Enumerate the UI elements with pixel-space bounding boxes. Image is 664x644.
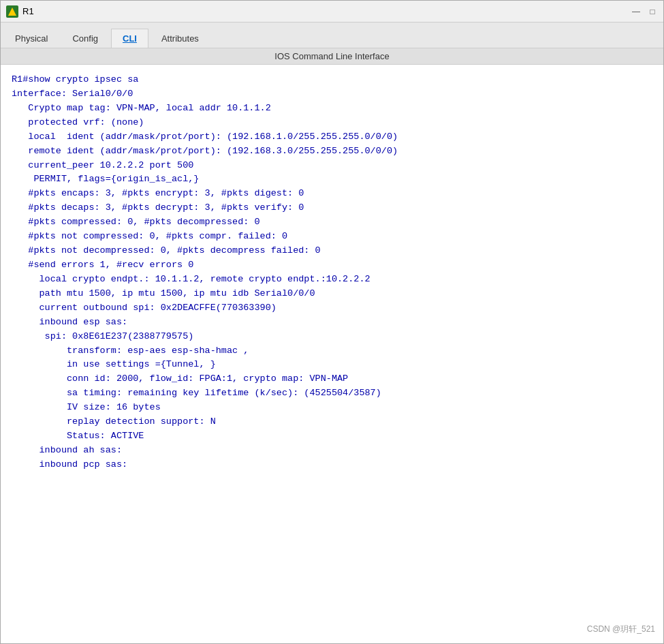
cli-line: #pkts not decompressed: 0, #pkts decompr…: [12, 244, 652, 258]
cli-line: spi: 0x8E61E237(2388779575): [12, 330, 652, 344]
window-inner: IOS Command Line Interface R1#show crypt…: [1, 48, 663, 643]
cli-line: Crypto map tag: VPN-MAP, local addr 10.1…: [12, 102, 652, 116]
cli-line: transform: esp-aes esp-sha-hmac ,: [12, 344, 652, 358]
cli-line: #pkts not compressed: 0, #pkts compr. fa…: [12, 230, 652, 244]
cli-line: inbound esp sas:: [12, 316, 652, 330]
cli-line: current outbound spi: 0x2DEACFFE(7703633…: [12, 301, 652, 316]
tab-bar: Physical Config CLI Attributes: [1, 22, 663, 48]
title-bar-left: R1: [6, 5, 34, 18]
tab-physical[interactable]: Physical: [3, 29, 59, 48]
main-window: R1 — □ Physical Config CLI Attributes IO…: [0, 0, 664, 644]
cli-line: in use settings ={Tunnel, }: [12, 358, 652, 372]
tab-config[interactable]: Config: [61, 29, 110, 48]
cli-line: PERMIT, flags={origin_is_acl,}: [12, 172, 652, 187]
title-bar-controls: — □: [631, 6, 658, 17]
cli-line: current_peer 10.2.2.2 port 500: [12, 159, 652, 173]
cli-line: local ident (addr/mask/prot/port): (192.…: [12, 130, 652, 144]
cli-line: IV size: 16 bytes: [12, 401, 652, 415]
window-title: R1: [22, 6, 34, 16]
cli-line: Status: ACTIVE: [12, 429, 652, 444]
cli-line: inbound pcp sas:: [12, 458, 652, 472]
section-header: IOS Command Line Interface: [1, 48, 663, 65]
cli-line: R1#show crypto ipsec sa: [12, 73, 652, 87]
cli-line: conn id: 2000, flow_id: FPGA:1, crypto m…: [12, 372, 652, 386]
tab-cli[interactable]: CLI: [111, 29, 148, 48]
cli-line: remote ident (addr/mask/prot/port): (192…: [12, 144, 652, 159]
cli-line: sa timing: remaining key lifetime (k/sec…: [12, 386, 652, 401]
tab-attributes[interactable]: Attributes: [150, 29, 210, 48]
app-icon: [6, 5, 18, 18]
cli-line: replay detection support: N: [12, 415, 652, 429]
minimize-button[interactable]: —: [631, 6, 642, 17]
cli-line: local crypto endpt.: 10.1.1.2, remote cr…: [12, 273, 652, 287]
cli-line: #pkts decaps: 3, #pkts decrypt: 3, #pkts…: [12, 201, 652, 215]
cli-line: #pkts compressed: 0, #pkts decompressed:…: [12, 215, 652, 230]
cli-line: path mtu 1500, ip mtu 1500, ip mtu idb S…: [12, 287, 652, 301]
cli-area[interactable]: R1#show crypto ipsec sainterface: Serial…: [1, 65, 663, 643]
watermark: CSDN @玥轩_521: [587, 624, 655, 635]
cli-line: #send errors 1, #recv errors 0: [12, 258, 652, 273]
maximize-button[interactable]: □: [647, 6, 658, 17]
cli-line: protected vrf: (none): [12, 116, 652, 130]
cli-line: inbound ah sas:: [12, 444, 652, 458]
title-bar: R1 — □: [1, 1, 663, 22]
cli-line: interface: Serial0/0/0: [12, 87, 652, 102]
cli-line: #pkts encaps: 3, #pkts encrypt: 3, #pkts…: [12, 187, 652, 201]
